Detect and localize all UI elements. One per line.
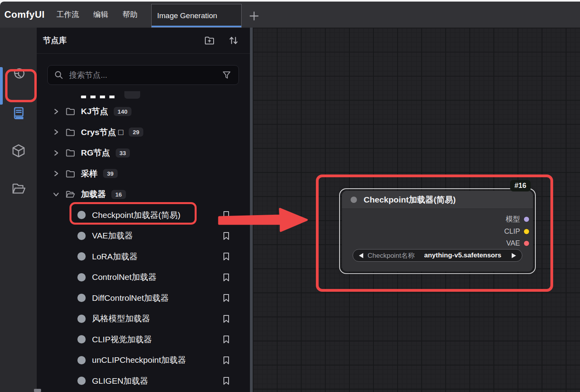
node-dot	[77, 377, 86, 385]
tree-node-controlnet-loader[interactable]: ControlNet加载器	[37, 267, 250, 288]
sidebar-item-workflows[interactable]	[0, 176, 37, 201]
tree-category-loaders[interactable]: 加载器 16	[37, 184, 250, 205]
category-count: 39	[103, 169, 118, 178]
checkpoint-loader-node[interactable]: Checkpoint加载器(简易) 模型 CLIP VAE Checkpoint…	[342, 191, 533, 272]
tree-category-crys[interactable]: Crys节点 □ 29	[37, 122, 250, 143]
search-placeholder: 搜索节点...	[69, 70, 222, 81]
node-label: unCLIPCheckpoint加载器	[92, 354, 186, 366]
category-count: 16	[111, 190, 126, 199]
node-dot	[77, 356, 86, 364]
clipped-count-badge	[124, 91, 140, 99]
node-label: LoRA加载器	[92, 251, 138, 262]
chevron-down-icon	[53, 191, 59, 198]
history-icon	[11, 68, 26, 82]
workflow-tab[interactable]: Image Generation	[151, 4, 242, 28]
folder-icon	[66, 107, 75, 116]
workflow-tab-label: Image Generation	[157, 11, 217, 20]
panel-splitter[interactable]	[250, 28, 253, 392]
comfyui-app: ComfyUI 工作流 编辑 帮助 Image Generation	[0, 0, 580, 392]
tree-row-clipped[interactable]	[37, 89, 250, 101]
node-tree: KJ节点 140 Crys节点 □ 29 RG节点 33 采样 39	[37, 89, 250, 392]
category-count: 140	[114, 107, 131, 116]
bookmark-icon[interactable]	[222, 273, 231, 282]
category-label: Crys节点 □	[81, 127, 123, 138]
bookmark-icon[interactable]	[222, 356, 231, 365]
book-icon	[11, 106, 26, 121]
widget-label: Checkpoint名称	[368, 251, 415, 260]
scrollbar-thumb[interactable]	[34, 389, 41, 392]
output-port-vae[interactable]	[524, 240, 529, 246]
arrow-right-icon[interactable]	[511, 252, 517, 259]
collapse-dot[interactable]	[351, 197, 357, 203]
tree-node-style-model-loader[interactable]: 风格模型加载器	[37, 308, 250, 329]
menu-help[interactable]: 帮助	[122, 9, 137, 20]
new-workflow-button[interactable]	[248, 9, 260, 22]
sidebar-item-history[interactable]	[0, 62, 37, 88]
cube-icon	[11, 143, 26, 158]
tree-node-vae-loader[interactable]: VAE加载器	[37, 225, 250, 246]
category-label: 加载器	[81, 189, 106, 200]
output-label: VAE	[506, 239, 520, 248]
search-input[interactable]: 搜索节点...	[47, 65, 239, 85]
sidebar-item-node-library[interactable]	[0, 101, 37, 126]
bookmark-icon[interactable]	[222, 252, 231, 261]
node-label: DiffControlNet加载器	[92, 293, 169, 304]
tree-node-gligen-loader[interactable]: GLIGEN加载器	[37, 371, 250, 392]
node-title: Checkpoint加载器(简易)	[364, 194, 456, 205]
node-dot	[77, 211, 86, 219]
chevron-right-icon	[53, 129, 59, 135]
menu-edit[interactable]: 编辑	[93, 9, 108, 20]
bookmark-icon[interactable]	[222, 376, 231, 385]
output-label: 模型	[506, 214, 520, 224]
bookmark-icon[interactable]	[222, 210, 231, 219]
output-port-clip[interactable]	[524, 229, 529, 234]
bookmark-icon[interactable]	[222, 314, 231, 323]
widget-value: anything-v5.safetensors	[415, 251, 511, 259]
output-row-vae: VAE	[506, 239, 533, 248]
category-count: 33	[116, 148, 130, 158]
tree-node-checkpoint-loader-simple[interactable]: Checkpoint加载器(简易)	[37, 205, 250, 226]
new-folder-icon[interactable]	[204, 35, 215, 46]
chevron-right-icon	[53, 108, 59, 115]
bookmark-icon[interactable]	[222, 335, 231, 344]
node-label: ControlNet加载器	[92, 272, 156, 283]
node-dot	[77, 315, 86, 323]
folder-icon	[66, 148, 75, 158]
node-library-panel: 节点库 搜索节点...	[37, 28, 250, 392]
bookmark-icon[interactable]	[222, 231, 231, 240]
category-label: KJ节点	[81, 106, 108, 117]
tree-category-rg[interactable]: RG节点 33	[37, 143, 250, 163]
tree-category-sampling[interactable]: 采样 39	[37, 163, 250, 184]
top-menubar: ComfyUI 工作流 编辑 帮助 Image Generation	[0, 2, 580, 28]
node-dot	[77, 335, 86, 343]
menu-workflow[interactable]: 工作流	[56, 9, 79, 20]
tree-node-clip-vision-loader[interactable]: CLIP视觉加载器	[37, 329, 250, 350]
filter-icon[interactable]	[222, 70, 231, 80]
node-header[interactable]: Checkpoint加载器(简易)	[342, 191, 533, 209]
arrow-left-icon[interactable]	[358, 252, 364, 259]
main-menu: 工作流 编辑 帮助	[56, 9, 137, 20]
folder-icon	[66, 169, 75, 178]
active-tab-indicator	[152, 26, 241, 27]
folder-open-icon	[66, 189, 75, 199]
tree-node-unclip-checkpoint-loader[interactable]: unCLIPCheckpoint加载器	[37, 350, 250, 371]
sidebar-item-model-library[interactable]	[0, 138, 37, 163]
search-icon	[54, 70, 64, 80]
tree-node-diffcontrolnet-loader[interactable]: DiffControlNet加载器	[37, 288, 250, 309]
sort-icon[interactable]	[228, 35, 239, 46]
node-label: VAE加载器	[92, 230, 133, 241]
chevron-right-icon	[53, 150, 59, 156]
output-port-model[interactable]	[524, 216, 529, 222]
node-label: GLIGEN加载器	[92, 375, 148, 386]
output-row-clip: CLIP	[504, 227, 533, 236]
app-logo: ComfyUI	[4, 9, 45, 20]
panel-title: 节点库	[43, 35, 67, 46]
category-count: 29	[129, 128, 143, 137]
output-row-model: 模型	[506, 215, 533, 223]
checkpoint-name-widget[interactable]: Checkpoint名称 anything-v5.safetensors	[353, 249, 522, 262]
folder-icon	[66, 128, 75, 137]
bookmark-icon[interactable]	[222, 293, 231, 302]
tree-category-kj[interactable]: KJ节点 140	[37, 101, 250, 122]
tree-node-lora-loader[interactable]: LoRA加载器	[37, 246, 250, 267]
category-label: 采样	[81, 168, 98, 179]
